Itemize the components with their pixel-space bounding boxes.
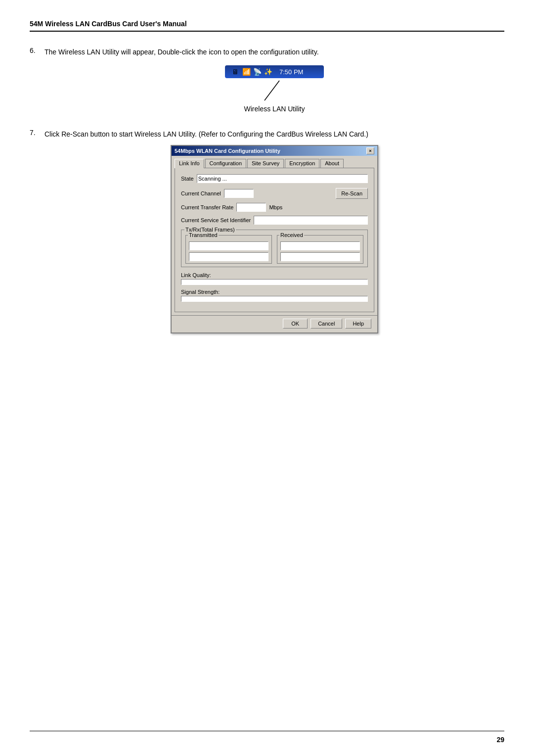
step-6-text: The Wireless LAN Utility will appear, Do…: [44, 47, 504, 57]
frames-inner: Transmitted Received: [185, 235, 363, 264]
rescan-button[interactable]: Re-Scan: [336, 188, 368, 199]
transfer-rate-input[interactable]: [236, 203, 266, 212]
state-input[interactable]: [197, 174, 368, 183]
received-group: Received: [277, 235, 363, 264]
cancel-button[interactable]: Cancel: [311, 319, 342, 329]
page-header: 54M Wireless LAN CardBus Card User's Man…: [30, 20, 504, 32]
signal-strength-section: Signal Strength:: [181, 289, 368, 302]
taskbar-image-container: 🖥 📶 📡 ✨ 7:50 PM Wire: [44, 65, 504, 113]
frames-group: Tx/Rx(Total Frames) Transmitted: [181, 230, 368, 267]
transmitted-label: Transmitted: [188, 232, 219, 238]
svg-line-0: [265, 81, 279, 100]
tab-link-info[interactable]: Link Info: [175, 159, 204, 168]
dialog-window: 54Mbps WLAN Card Configuration Utility ×…: [171, 145, 378, 333]
help-button[interactable]: Help: [345, 319, 371, 329]
tab-configuration[interactable]: Configuration: [205, 159, 246, 168]
mbps-label: Mbps: [269, 204, 282, 210]
tray-icon-4: ✨: [264, 67, 272, 76]
tray-icon-2: 📶: [242, 67, 251, 76]
arrow-svg: [255, 78, 294, 103]
taskbar-mock: 🖥 📶 📡 ✨ 7:50 PM: [225, 65, 324, 78]
arrow-container: [255, 78, 294, 103]
taskbar-caption: Wireless LAN Utility: [244, 105, 305, 113]
channel-input[interactable]: [224, 189, 254, 198]
transmitted-input-1[interactable]: [189, 241, 268, 250]
dialog-tabs: Link Info Configuration Site Survey Encr…: [172, 156, 377, 168]
channel-row: Current Channel Re-Scan: [181, 188, 368, 199]
received-input-1[interactable]: [280, 241, 360, 250]
link-quality-bar: [181, 279, 368, 285]
signal-strength-label: Signal Strength:: [181, 289, 368, 295]
dialog-title: 54Mbps WLAN Card Configuration Utility: [175, 148, 280, 154]
state-label: State: [181, 176, 194, 182]
page-number: 29: [496, 736, 504, 744]
footer-line: [30, 731, 504, 731]
taskbar-time: 7:50 PM: [279, 68, 303, 76]
transmitted-group: Transmitted: [185, 235, 272, 264]
state-row: State: [181, 174, 368, 183]
tab-about[interactable]: About: [320, 159, 344, 168]
dialog-content: State Current Channel Re-Scan Cur: [175, 168, 374, 312]
channel-label: Current Channel: [181, 190, 221, 196]
ssid-input[interactable]: [254, 216, 368, 225]
transfer-rate-row: Current Transfer Rate Mbps: [181, 203, 368, 212]
dialog-titlebar: 54Mbps WLAN Card Configuration Utility ×: [172, 146, 377, 156]
step-6-number: 6.: [30, 47, 44, 54]
step-7-number: 7.: [30, 129, 44, 137]
dialog-close-button[interactable]: ×: [366, 147, 374, 154]
step-7-text: Click Re-Scan button to start Wireless L…: [44, 129, 504, 140]
received-label: Received: [279, 232, 304, 238]
tray-icon-1: 🖥: [231, 67, 240, 76]
dialog-wrapper: 54Mbps WLAN Card Configuration Utility ×…: [44, 145, 504, 333]
signal-strength-bar: [181, 296, 368, 302]
tab-encryption[interactable]: Encryption: [285, 159, 319, 168]
transfer-rate-label: Current Transfer Rate: [181, 204, 233, 210]
transmitted-input-2[interactable]: [189, 252, 268, 261]
ssid-label: Current Service Set Identifier: [181, 217, 251, 223]
received-input-2[interactable]: [280, 252, 360, 261]
step-7: 7. Click Re-Scan button to start Wireles…: [30, 129, 504, 345]
tab-site-survey[interactable]: Site Survey: [247, 159, 284, 168]
ok-button[interactable]: OK: [283, 319, 308, 329]
tray-icon-3: 📡: [253, 67, 262, 76]
link-quality-section: Link Quality:: [181, 272, 368, 285]
step-6: 6. The Wireless LAN Utility will appear,…: [30, 47, 504, 117]
dialog-buttons: OK Cancel Help: [172, 315, 377, 332]
taskbar-icons: 🖥 📶 📡 ✨: [231, 67, 272, 76]
header-title: 54M Wireless LAN CardBus Card User's Man…: [30, 20, 187, 28]
ssid-row: Current Service Set Identifier: [181, 216, 368, 225]
link-quality-label: Link Quality:: [181, 272, 368, 278]
